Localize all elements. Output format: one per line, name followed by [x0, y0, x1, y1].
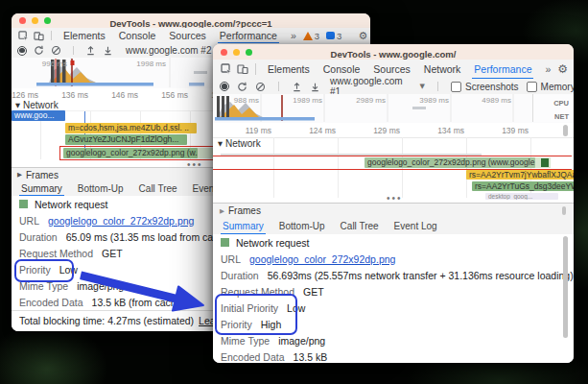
ruler-tick: 124 ms	[294, 126, 336, 135]
tab-event-log[interactable]: Event Log	[387, 217, 445, 234]
triangle-right-icon: ▶	[17, 171, 22, 179]
network-request-bar-highlight[interactable]: googlelogo_color_272x92dp.png (w...	[63, 148, 198, 158]
device-toolbar-icon[interactable]	[31, 31, 46, 41]
ruler-tick: 146 ms	[100, 90, 138, 100]
close-window-button[interactable]	[19, 17, 26, 24]
tab-summary[interactable]: Summary	[215, 217, 271, 234]
net-label: NET	[554, 112, 569, 121]
network-request-legend-swatch	[221, 238, 229, 247]
minimize-window-button[interactable]	[32, 17, 38, 24]
traffic-lights	[221, 49, 252, 56]
tab-call-tree[interactable]: Call Tree	[333, 217, 387, 234]
inspect-element-icon[interactable]	[218, 63, 234, 75]
checkbox-icon	[451, 82, 461, 92]
titlebar-front[interactable]: DevTools - www.google.com/	[213, 44, 574, 60]
cpu-label: CPU	[553, 99, 569, 108]
close-window-button[interactable]	[221, 49, 227, 56]
ruler-tick: 119 ms	[229, 126, 271, 135]
network-section-header-front[interactable]: ▼ Network	[213, 137, 574, 150]
network-request-bar-yellow[interactable]: m=cdos,hsm,jsa.me4ZUb,d,ssl. ..	[65, 123, 197, 133]
tab-performance[interactable]: Performance	[213, 28, 284, 43]
network-request-bar-yellow[interactable]: rs=AA2YrTvm7jYwbaflXJQAa	[466, 170, 574, 180]
more-tabs-chevron[interactable]: »	[538, 60, 557, 79]
settings-gear-icon[interactable]: ⚙	[358, 30, 367, 42]
url-link[interactable]: googlelogo_color_272x92dp.png	[48, 215, 194, 227]
summary-legend-row: Network request	[213, 234, 574, 251]
overview-tick: 988 ms	[213, 96, 259, 105]
zoom-window-button[interactable]	[44, 17, 51, 24]
tab-summary[interactable]: Summary	[13, 180, 70, 196]
inspect-element-icon[interactable]	[15, 31, 31, 41]
warning-triangle-icon	[303, 32, 313, 40]
devtools-window-front: DevTools - www.google.com/ Elements Cons…	[213, 44, 574, 363]
summary-pane-front: Network request URL googlelogo_color_272…	[213, 234, 574, 363]
overview-tick: 2989 ms	[340, 96, 386, 105]
save-profile-icon[interactable]	[103, 45, 113, 56]
clear-icon[interactable]	[255, 82, 266, 92]
summary-initial-priority-row: Initial Priority Low	[213, 300, 574, 316]
divider	[278, 82, 279, 91]
record-button[interactable]	[220, 82, 229, 91]
tab-elements[interactable]: Elements	[261, 60, 317, 79]
load-profile-icon[interactable]	[292, 82, 302, 92]
cpu-overview-chart	[213, 94, 574, 122]
network-request-bar-tiny[interactable]: desktop_goog...	[485, 193, 558, 200]
tab-call-tree[interactable]: Call Tree	[131, 180, 185, 196]
issues-badge[interactable]: 3	[326, 31, 341, 41]
overview-tick: 4989 ms	[465, 96, 511, 105]
triangle-right-icon: ▶	[220, 207, 224, 215]
summary-duration-row: Duration 56.693ms (25.557ms network tran…	[213, 267, 574, 283]
titlebar-back[interactable]: DevTools - www.google.com/?pccc=1	[12, 13, 370, 29]
network-request-bar-highlight[interactable]: googlelogo_color_272x92dp.png (www.googl…	[365, 157, 535, 168]
tab-bottom-up[interactable]: Bottom-Up	[70, 180, 131, 196]
pane-resize-handle[interactable]: •••	[387, 196, 403, 202]
tab-sources[interactable]: Sources	[162, 28, 213, 43]
settings-gear-icon[interactable]: ⚙	[557, 62, 568, 76]
url-link[interactable]: googlelogo_color_272x92dp.png	[249, 253, 395, 265]
network-request-bar-green[interactable]: AGvuzYeZJuCNJpF1dZlOgh...	[65, 134, 187, 145]
load-profile-icon[interactable]	[85, 45, 96, 56]
network-request-bar-selected[interactable]: www.goo...	[12, 110, 65, 121]
reload-record-icon[interactable]	[237, 82, 247, 92]
scrollbar-thumb[interactable]	[562, 206, 566, 215]
kebab-menu-icon[interactable]: ⋮	[572, 63, 574, 76]
summary-mime-row: Mime Type image/png	[213, 332, 574, 348]
timeline-ruler-front: 119 ms 124 ms 129 ms 134 ms 139 ms	[213, 123, 574, 138]
memory-checkbox[interactable]: Memory	[527, 82, 574, 92]
ruler-tick: 139 ms	[486, 126, 529, 135]
ruler-tick: 129 ms	[358, 126, 400, 135]
timeline-overview-front[interactable]: CPU NET 988 ms 1989 ms 2989 ms 3989 ms 4…	[213, 94, 574, 124]
performance-toolbar-front: www.google.com #1 ▼ Screenshots Memory ⚙	[213, 79, 574, 95]
divider	[437, 82, 438, 91]
overview-tick: 1989 ms	[276, 96, 322, 105]
scrollbar-thumb[interactable]	[563, 236, 568, 338]
devtools-tabbar-back: Elements Console Sources Performance » 3…	[12, 28, 370, 44]
divider	[73, 46, 74, 55]
zoom-window-button[interactable]	[246, 49, 252, 56]
warnings-badge[interactable]: 3	[303, 31, 319, 41]
overview-legend-column: CPU NET	[532, 94, 574, 122]
network-request-bar-green[interactable]: rs=AA2YrTuGs_dsg3deeYW	[472, 181, 574, 191]
tab-console[interactable]: Console	[112, 28, 163, 43]
triangle-down-icon: ▼	[218, 140, 223, 148]
record-button[interactable]	[17, 46, 27, 56]
tab-elements[interactable]: Elements	[57, 28, 112, 43]
tab-bottom-up[interactable]: Bottom-Up	[271, 217, 333, 234]
device-toolbar-icon[interactable]	[234, 63, 250, 75]
divider	[255, 63, 256, 75]
divider	[51, 31, 52, 40]
scrollbar-thumb[interactable]	[563, 125, 568, 136]
screenshots-checkbox[interactable]: Screenshots	[451, 82, 519, 92]
reload-record-icon[interactable]	[34, 45, 44, 56]
more-tabs-chevron[interactable]: »	[284, 28, 303, 43]
clear-icon[interactable]	[51, 45, 61, 56]
minimize-window-button[interactable]	[233, 49, 240, 56]
chevron-down-icon: ▼	[420, 83, 425, 90]
ruler-tick: 156 ms	[150, 90, 188, 100]
summary-method-row: Request Method GET	[213, 283, 574, 300]
save-profile-icon[interactable]	[310, 82, 320, 92]
traffic-lights	[19, 17, 51, 24]
summary-url-row: URL googlelogo_color_272x92dp.png	[213, 251, 574, 267]
triangle-down-icon: ▼	[15, 102, 20, 109]
tab-performance[interactable]: Performance	[467, 60, 538, 79]
